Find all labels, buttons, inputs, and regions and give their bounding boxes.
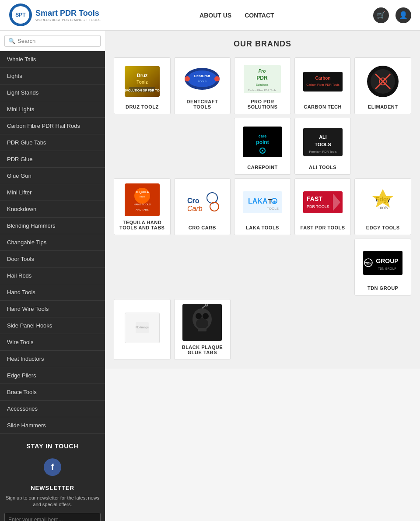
brand-card-druz[interactable]: Druz Toolz AN EVOLUTION OF PDR TOOLS DRU… [114, 57, 171, 114]
sidebar-item-side-panel-hooks[interactable]: Side Panel Hooks [0, 317, 105, 334]
brand-logo-druz: Druz Toolz AN EVOLUTION OF PDR TOOLS [119, 62, 166, 101]
brand-card-tequila[interactable]: TEQUILA Tools HAND TOOLS AND TABS TEQUIL… [114, 178, 171, 235]
sidebar-item-hail-rods[interactable]: Hail Rods [0, 268, 105, 284]
brand-card-crocarb[interactable]: Cro Carb CRO CARB [174, 178, 231, 235]
sidebar-item-door-tools[interactable]: Door Tools [0, 251, 105, 268]
brand-name-carbon: CARBON TECH [304, 104, 342, 109]
svg-point-13 [214, 76, 220, 81]
sidebar-item-pdr-glue-tabs[interactable]: PDR Glue Tabs [0, 134, 105, 151]
brand-logo-carbon: Carbon Carbon Fiber PDR Tools [299, 62, 346, 101]
brand-logo-laka: LAKA T ◉ TOOLS [239, 183, 286, 222]
brand-card-carbon[interactable]: Carbon Carbon Fiber PDR Tools CARBON TEC… [294, 57, 351, 114]
svg-text:ALI: ALI [319, 134, 327, 140]
blackplague-svg [182, 304, 222, 341]
sidebar-item-hand-wire-tools[interactable]: Hand Wire Tools [0, 301, 105, 317]
brand-name-carepoint: CAREPOINT [247, 165, 277, 170]
logo-sub: WORLDS BEST PDR BRANDS + TOOLS [35, 18, 101, 22]
svg-point-44 [207, 193, 217, 203]
brand-card-ali[interactable]: ALI TOOLS Premium PDR Tools ALI TOOLS [294, 118, 351, 175]
brand-logo-carepoint: care point [239, 123, 286, 161]
svg-marker-58 [372, 189, 393, 208]
svg-text:AND TABS: AND TABS [136, 208, 148, 211]
brand-card-propdr[interactable]: Pro PDR Solutions Carbon Fiber PDR Tools… [234, 57, 291, 114]
carbon-svg: Carbon Carbon Fiber PDR Tools [303, 72, 343, 92]
svg-text:SPT: SPT [15, 12, 26, 18]
tequila-svg: TEQUILA Tools HAND TOOLS AND TABS [125, 183, 160, 216]
sidebar-item-pdr-glue[interactable]: PDR Glue [0, 151, 105, 168]
sidebar-item-blending-hammers[interactable]: Blending Hammers [0, 218, 105, 234]
dentcraft-svg: DentCraft TOOLS [184, 66, 221, 92]
user-icon[interactable]: 👤 [396, 7, 411, 23]
svg-text:Tools: Tools [139, 195, 145, 198]
brand-card-laka[interactable]: LAKA T ◉ TOOLS LAKA TOOLS [234, 178, 291, 235]
sidebar-item-glue-gun[interactable]: Glue Gun [0, 168, 105, 184]
svg-text:TDN GROUP: TDN GROUP [378, 267, 396, 270]
brand-logo-elimadent [359, 62, 406, 101]
brand-card-blackplague[interactable]: BLACK PLAQUE GLUE TABS [174, 299, 231, 360]
brand-name-tequila: TEQUILA HAND TOOLS AND TABS [119, 220, 166, 230]
brand-card-noimage[interactable]: No image [114, 299, 171, 360]
main-content: OUR BRANDS Druz Toolz AN EVOLUTION OF PD… [105, 31, 420, 369]
svg-rect-71 [198, 328, 206, 331]
svg-text:Carbon Fiber PDR Tools: Carbon Fiber PDR Tools [248, 89, 276, 92]
brand-card-carepoint[interactable]: care point CAREPOINT [234, 118, 291, 175]
druz-logo-svg: Druz Toolz AN EVOLUTION OF PDR TOOLS [125, 66, 160, 97]
sidebar-item-edge-pliers[interactable]: Edge Pliers [0, 367, 105, 384]
svg-text:AN EVOLUTION OF PDR TOOLS: AN EVOLUTION OF PDR TOOLS [125, 89, 160, 92]
nav-about[interactable]: ABOUT US [200, 12, 231, 19]
svg-text:Druz: Druz [137, 73, 148, 78]
sidebar-item-heat-inductors[interactable]: Heat Inductors [0, 351, 105, 367]
brand-card-edgy[interactable]: Edgy Tools EDGY TOOLS [354, 178, 411, 235]
brand-name-tdn: TDN GROUP [368, 285, 399, 291]
logo-area: SPT Smart PDR Tools WORLDS BEST PDR BRAN… [9, 3, 101, 27]
sidebar-item-lights[interactable]: Lights [0, 68, 105, 84]
propdr-svg: Pro PDR Solutions Carbon Fiber PDR Tools [244, 65, 281, 93]
facebook-icon[interactable]: f [44, 458, 61, 476]
search-input[interactable] [18, 38, 97, 44]
brand-logo-tdn: TDN GROUP TDN GROUP [359, 243, 406, 282]
search-wrap[interactable]: 🔍 [4, 35, 101, 47]
sidebar-item-whale-tails[interactable]: Whale Tails [0, 51, 105, 68]
brand-card-tdn[interactable]: TDN GROUP TDN GROUP TDN GROUP [354, 239, 411, 296]
svg-text:Carb: Carb [187, 205, 203, 212]
sidebar-item-slide-hammers[interactable]: Slide Hammers [0, 417, 105, 434]
sidebar-item-accessories[interactable]: Accessories [0, 401, 105, 417]
cart-icon[interactable]: 🛒 [373, 7, 389, 23]
sidebar-item-knockdown[interactable]: Knockdown [0, 201, 105, 218]
brand-card-elimadent[interactable]: ELIMADENT [354, 57, 411, 114]
svg-point-31 [262, 150, 263, 151]
sidebar-item-hand-tools[interactable]: Hand Tools [0, 284, 105, 301]
newsletter-email-input[interactable] [4, 513, 101, 521]
sidebar: 🔍 Whale Tails Lights Light Stands Mini L… [0, 31, 105, 521]
newsletter-desc: Sign up to our newsletter for the latest… [4, 495, 101, 508]
sidebar-item-mini-lifter[interactable]: Mini Lifter [0, 184, 105, 201]
svg-text:Carbon: Carbon [315, 76, 330, 81]
stay-in-touch-label: STAY IN TOUCH [0, 434, 105, 454]
noimage-icon: No image [136, 322, 149, 333]
brand-name-elimadent: ELIMADENT [368, 104, 398, 109]
brand-name-ali: ALI TOOLS [309, 165, 336, 170]
sidebar-item-brace-tools[interactable]: Brace Tools [0, 384, 105, 401]
svg-text:TOOLS: TOOLS [267, 207, 279, 211]
header-icons: 🛒 👤 [373, 7, 411, 23]
brand-logo-fastpdr: FAST PDR TOOLS [299, 183, 346, 222]
brand-card-dentcraft[interactable]: DentCraft TOOLS DENTCRAFT TOOLS [174, 57, 231, 114]
sidebar-item-mini-lights[interactable]: Mini Lights [0, 101, 105, 118]
sidebar-item-wire-tools[interactable]: Wire Tools [0, 334, 105, 351]
brand-logo-blackplague [179, 304, 226, 341]
sidebar-item-carbon-fibre[interactable]: Carbon Fibre PDR Hail Rods [0, 118, 105, 134]
svg-text:Cro: Cro [187, 197, 200, 204]
sidebar-item-light-stands[interactable]: Light Stands [0, 84, 105, 101]
svg-text:Premium PDR Tools: Premium PDR Tools [309, 150, 336, 153]
brand-logo-propdr: Pro PDR Solutions Carbon Fiber PDR Tools [239, 62, 286, 95]
sidebar-item-changable-tips[interactable]: Changable Tips [0, 234, 105, 251]
brand-card-fastpdr[interactable]: FAST PDR TOOLS FAST PDR TOOLS [294, 178, 351, 235]
nav-contact[interactable]: CONTACT [245, 12, 274, 19]
brand-name-druz: DRUZ TOOLZ [126, 104, 159, 109]
svg-text:Pro: Pro [259, 69, 266, 74]
brand-logo-ali: ALI TOOLS Premium PDR Tools [299, 123, 346, 161]
edgy-svg: Edgy Tools [364, 188, 402, 217]
header: SPT Smart PDR Tools WORLDS BEST PDR BRAN… [0, 0, 420, 31]
fastpdr-svg: FAST PDR TOOLS [303, 191, 343, 213]
brands-grid: Druz Toolz AN EVOLUTION OF PDR TOOLS DRU… [114, 57, 411, 360]
